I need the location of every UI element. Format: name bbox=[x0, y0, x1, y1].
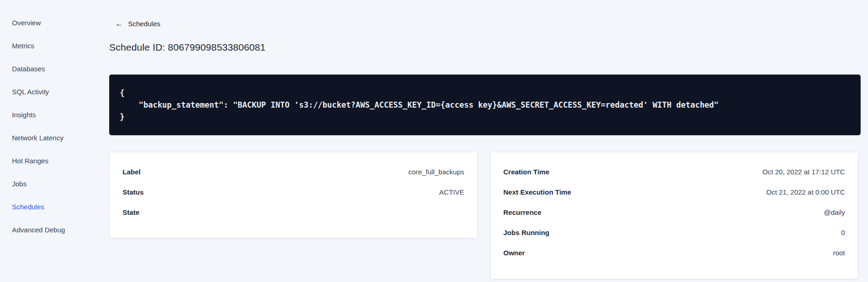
backup-statement-code: { "backup_statement": "BACKUP INTO 's3:/… bbox=[120, 87, 850, 123]
back-arrow-icon: ← bbox=[115, 20, 123, 28]
sidebar-item-overview[interactable]: Overview bbox=[0, 11, 92, 34]
sidebar-item-metrics[interactable]: Metrics bbox=[0, 34, 92, 57]
back-to-schedules-link[interactable]: ← Schedules bbox=[115, 20, 160, 28]
backup-statement-code-block: { "backup_statement": "BACKUP INTO 's3:/… bbox=[109, 75, 861, 135]
back-link-label: Schedules bbox=[128, 20, 160, 28]
row-label: Status bbox=[123, 188, 144, 196]
row-value: @daily bbox=[824, 208, 845, 216]
summary-row-recurrence: Recurrence @daily bbox=[504, 208, 845, 218]
row-label: Label bbox=[123, 168, 141, 176]
sidebar-item-hot-ranges[interactable]: Hot Ranges bbox=[0, 149, 92, 172]
row-value: Oct 20, 2022 at 17:12 UTC bbox=[762, 168, 845, 176]
schedule-timing-card: Creation Time Oct 20, 2022 at 17:12 UTC … bbox=[490, 152, 859, 279]
row-value: root bbox=[833, 249, 845, 257]
summary-cards: Label core_full_backups Status ACTIVE St… bbox=[109, 152, 858, 279]
summary-row-next-execution-time: Next Execution Time Oct 21, 2022 at 0:00… bbox=[504, 188, 845, 197]
schedule-summary-card: Label core_full_backups Status ACTIVE St… bbox=[109, 152, 478, 238]
row-label: Owner bbox=[504, 249, 525, 257]
sidebar-item-network-latency[interactable]: Network Latency bbox=[0, 126, 92, 149]
summary-row-creation-time: Creation Time Oct 20, 2022 at 17:12 UTC bbox=[504, 168, 845, 177]
sidebar-item-sql-activity[interactable]: SQL Activity bbox=[0, 80, 92, 103]
status-value: ACTIVE bbox=[439, 188, 464, 196]
row-label: Recurrence bbox=[504, 208, 542, 216]
row-label: Next Execution Time bbox=[504, 188, 571, 196]
sidebar-item-databases[interactable]: Databases bbox=[0, 57, 92, 80]
summary-row-status: Status ACTIVE bbox=[123, 188, 464, 197]
sidebar-item-schedules[interactable]: Schedules bbox=[0, 195, 92, 218]
row-value: Oct 21, 2022 at 0:00 UTC bbox=[766, 188, 845, 196]
page-title: Schedule ID: 806799098533806081 bbox=[109, 42, 265, 53]
sidebar-item-jobs[interactable]: Jobs bbox=[0, 172, 92, 195]
row-value: core_full_backups bbox=[409, 168, 464, 176]
sidebar-item-advanced-debug[interactable]: Advanced Debug bbox=[0, 218, 92, 241]
row-value: 0 bbox=[841, 229, 845, 236]
schedule-detail-page: ← Schedules Schedule ID: 806799098533806… bbox=[109, 0, 858, 282]
row-label: Jobs Running bbox=[504, 229, 550, 236]
summary-row-jobs-running: Jobs Running 0 bbox=[504, 229, 845, 238]
row-label: Creation Time bbox=[504, 168, 550, 176]
sidebar-item-insights[interactable]: Insights bbox=[0, 103, 92, 126]
summary-row-state: State bbox=[123, 208, 464, 218]
sidebar: Overview Metrics Databases SQL Activity … bbox=[0, 11, 92, 241]
summary-row-owner: Owner root bbox=[504, 249, 845, 258]
row-label: State bbox=[123, 208, 140, 216]
summary-row-label: Label core_full_backups bbox=[123, 168, 464, 177]
